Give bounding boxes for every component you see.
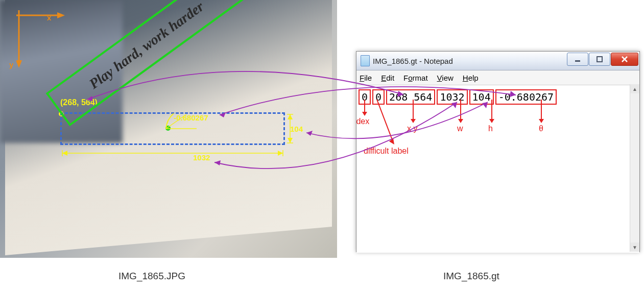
- menu-edit[interactable]: Edit: [381, 74, 394, 82]
- annotated-image-panel: x y (268, 564) Play hard, work harder -0…: [0, 0, 337, 258]
- svg-marker-30: [489, 119, 494, 123]
- label-index: index: [356, 117, 369, 126]
- svg-marker-13: [288, 114, 293, 119]
- left-caption: IMG_1865.JPG: [118, 271, 185, 282]
- svg-line-23: [377, 100, 393, 142]
- y-axis-label: y: [9, 60, 13, 69]
- notepad-window: IMG_1865.gt - Notepad File Edit Format V…: [356, 51, 640, 252]
- arrow-w: [456, 100, 465, 125]
- label-xy: x y: [407, 124, 417, 133]
- notepad-icon: [361, 55, 370, 66]
- svg-marker-3: [16, 60, 22, 68]
- notepad-content[interactable]: 00268 5641032104-0.680267 index difficul…: [356, 85, 639, 253]
- svg-marker-26: [411, 119, 416, 123]
- menu-format[interactable]: Format: [403, 74, 428, 82]
- svg-marker-1: [57, 12, 65, 18]
- maximize-button[interactable]: [589, 53, 610, 66]
- width-dimension: [60, 149, 285, 159]
- minimize-button[interactable]: [567, 53, 588, 66]
- arrow-index: [360, 100, 369, 118]
- scroll-down-arrow[interactable]: ▼: [630, 243, 639, 252]
- svg-marker-14: [288, 138, 293, 143]
- titlebar[interactable]: IMG_1865.gt - Notepad: [356, 52, 639, 70]
- label-w: w: [457, 124, 463, 133]
- svg-marker-28: [458, 119, 463, 123]
- menu-view[interactable]: View: [437, 74, 454, 82]
- menu-help[interactable]: Help: [463, 74, 479, 82]
- svg-marker-22: [362, 112, 367, 116]
- field-theta: -0.680267: [495, 89, 557, 105]
- x-axis-label: x: [47, 13, 51, 22]
- menubar: File Edit Format View Help: [356, 70, 639, 85]
- arrow-h: [487, 100, 496, 125]
- window-title: IMG_1865.gt - Notepad: [373, 57, 453, 65]
- svg-marker-8: [62, 151, 67, 156]
- label-h: h: [488, 124, 493, 133]
- right-caption: IMG_1865.gt: [443, 271, 499, 282]
- y-axis-arrow: [16, 10, 32, 71]
- scroll-up-arrow[interactable]: ▲: [630, 84, 639, 93]
- arrow-xy: [409, 100, 418, 125]
- vertical-scrollbar[interactable]: ▲ ▼: [630, 84, 639, 252]
- label-theta: θ: [539, 124, 543, 133]
- arrow-difficult: [373, 100, 398, 148]
- menu-file[interactable]: File: [360, 74, 372, 82]
- label-difficult: difficult label: [364, 147, 409, 156]
- height-value-label: 104: [290, 125, 303, 133]
- width-value-label: 1032: [193, 153, 210, 162]
- arrow-theta: [537, 100, 546, 125]
- angle-value-label: -0.680267: [174, 113, 208, 122]
- svg-marker-32: [539, 119, 544, 123]
- svg-rect-17: [575, 60, 580, 62]
- close-button[interactable]: [611, 53, 638, 66]
- svg-marker-9: [278, 151, 283, 156]
- svg-rect-18: [597, 57, 602, 62]
